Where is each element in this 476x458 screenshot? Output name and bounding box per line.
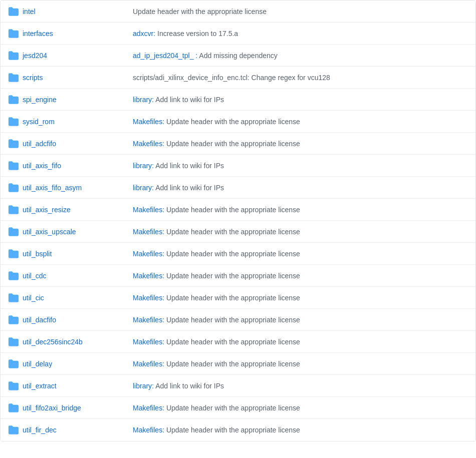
file-name[interactable]: sysid_rom: [23, 118, 133, 126]
file-name[interactable]: util_cdc: [23, 272, 133, 280]
file-name[interactable]: spi_engine: [23, 96, 133, 104]
commit-link[interactable]: library:: [133, 184, 154, 192]
folder-icon: [9, 7, 19, 17]
commit-message: adxcvr: Increase version to 17.5.a: [133, 30, 467, 38]
commit-message: Makefiles: Update header with the approp…: [133, 228, 467, 236]
commit-link[interactable]: ad_ip_jesd204_tpl_ :: [133, 52, 197, 60]
file-name[interactable]: util_axis_fifo_asym: [23, 184, 133, 192]
commit-plain-text: Update header with the appropriate licen…: [164, 360, 300, 368]
file-name[interactable]: util_fifo2axi_bridge: [23, 404, 133, 412]
file-name[interactable]: util_delay: [23, 360, 133, 368]
commit-message: Makefiles: Update header with the approp…: [133, 360, 467, 368]
folder-icon: [9, 161, 19, 171]
folder-icon: [9, 271, 19, 281]
table-row: util_bsplitMakefiles: Update header with…: [1, 243, 475, 265]
folder-icon: [9, 183, 19, 193]
commit-message: Makefiles: Update header with the approp…: [133, 426, 467, 434]
folder-icon: [9, 359, 19, 369]
file-name[interactable]: util_dec256sinc24b: [23, 338, 133, 346]
file-name[interactable]: util_axis_fifo: [23, 162, 133, 170]
commit-link[interactable]: Makefiles:: [133, 316, 164, 324]
commit-message: Makefiles: Update header with the approp…: [133, 118, 467, 126]
file-name[interactable]: util_extract: [23, 382, 133, 390]
commit-link[interactable]: Makefiles:: [133, 426, 164, 434]
commit-link[interactable]: Makefiles:: [133, 206, 164, 214]
commit-message: Makefiles: Update header with the approp…: [133, 316, 467, 324]
commit-message: Makefiles: Update header with the approp…: [133, 250, 467, 258]
commit-link[interactable]: Makefiles:: [133, 272, 164, 280]
commit-plain-text: Update header with the appropriate licen…: [164, 404, 300, 412]
commit-link[interactable]: Makefiles:: [133, 228, 164, 236]
commit-link[interactable]: adxcvr:: [133, 30, 155, 38]
commit-plain-text: Update header with the appropriate licen…: [164, 338, 300, 346]
table-row: util_axis_resizeMakefiles: Update header…: [1, 199, 475, 221]
file-name[interactable]: jesd204: [23, 52, 133, 60]
file-name[interactable]: interfaces: [23, 30, 133, 38]
table-row: jesd204ad_ip_jesd204_tpl_ : Add missing …: [1, 45, 475, 67]
table-row: util_cicMakefiles: Update header with th…: [1, 287, 475, 309]
table-row: util_axis_upscaleMakefiles: Update heade…: [1, 221, 475, 243]
commit-plain-text: Add link to wiki for IPs: [154, 184, 224, 192]
table-row: util_cdcMakefiles: Update header with th…: [1, 265, 475, 287]
commit-message: Makefiles: Update header with the approp…: [133, 404, 467, 412]
folder-icon: [9, 381, 19, 391]
commit-link[interactable]: Makefiles:: [133, 360, 164, 368]
commit-link[interactable]: Makefiles:: [133, 404, 164, 412]
commit-plain-text: Increase version to 17.5.a: [155, 30, 238, 38]
table-row: util_dacfifoMakefiles: Update header wit…: [1, 309, 475, 331]
commit-plain-text: Update header with the appropriate licen…: [164, 206, 300, 214]
commit-link[interactable]: Makefiles:: [133, 118, 164, 126]
commit-message: Makefiles: Update header with the approp…: [133, 272, 467, 280]
folder-icon: [9, 227, 19, 237]
folder-icon: [9, 117, 19, 127]
commit-link[interactable]: library:: [133, 96, 154, 104]
commit-link[interactable]: Makefiles:: [133, 250, 164, 258]
commit-link[interactable]: Makefiles:: [133, 294, 164, 302]
file-name[interactable]: util_axis_resize: [23, 206, 133, 214]
commit-plain-text: Add missing dependency: [197, 52, 278, 60]
folder-icon: [9, 51, 19, 61]
commit-message: Makefiles: Update header with the approp…: [133, 140, 467, 148]
table-row: util_axis_fifolibrary: Add link to wiki …: [1, 155, 475, 177]
folder-icon: [9, 95, 19, 105]
folder-icon: [9, 337, 19, 347]
commit-plain-text: Add link to wiki for IPs: [154, 96, 224, 104]
file-name[interactable]: intel: [23, 8, 133, 16]
commit-message: Makefiles: Update header with the approp…: [133, 338, 467, 346]
commit-link[interactable]: library:: [133, 382, 154, 390]
commit-plain-text: Update header with the appropriate licen…: [164, 250, 300, 258]
file-name[interactable]: util_fir_dec: [23, 426, 133, 434]
folder-icon: [9, 403, 19, 413]
commit-plain-text: Update header with the appropriate licen…: [164, 272, 300, 280]
commit-message: library: Add link to wiki for IPs: [133, 382, 467, 390]
folder-icon: [9, 425, 19, 435]
commit-link[interactable]: library:: [133, 162, 154, 170]
commit-message: Update header with the appropriate licen…: [133, 8, 467, 16]
table-row: interfacesadxcvr: Increase version to 17…: [1, 23, 475, 45]
file-name[interactable]: util_axis_upscale: [23, 228, 133, 236]
commit-message: scripts/adi_xilinx_device_info_enc.tcl: …: [133, 74, 467, 82]
table-row: sysid_romMakefiles: Update header with t…: [1, 111, 475, 133]
commit-plain-text: Update header with the appropriate licen…: [164, 228, 300, 236]
commit-link[interactable]: Makefiles:: [133, 140, 164, 148]
file-name[interactable]: scripts: [23, 74, 133, 82]
table-row: util_delayMakefiles: Update header with …: [1, 353, 475, 375]
file-name[interactable]: util_cic: [23, 294, 133, 302]
commit-plain-text: Update header with the appropriate licen…: [164, 426, 300, 434]
table-row: util_adcfifoMakefiles: Update header wit…: [1, 133, 475, 155]
table-row: spi_enginelibrary: Add link to wiki for …: [1, 89, 475, 111]
file-name[interactable]: util_dacfifo: [23, 316, 133, 324]
commit-message: ad_ip_jesd204_tpl_ : Add missing depende…: [133, 52, 467, 60]
file-name[interactable]: util_bsplit: [23, 250, 133, 258]
table-row: scriptsscripts/adi_xilinx_device_info_en…: [1, 67, 475, 89]
commit-link[interactable]: Makefiles:: [133, 338, 164, 346]
folder-icon: [9, 73, 19, 83]
table-row: util_axis_fifo_asymlibrary: Add link to …: [1, 177, 475, 199]
commit-message: library: Add link to wiki for IPs: [133, 184, 467, 192]
commit-message: Makefiles: Update header with the approp…: [133, 206, 467, 214]
file-name[interactable]: util_adcfifo: [23, 140, 133, 148]
table-row: util_extractlibrary: Add link to wiki fo…: [1, 375, 475, 397]
folder-icon: [9, 293, 19, 303]
commit-plain-text: Add link to wiki for IPs: [154, 162, 224, 170]
folder-icon: [9, 205, 19, 215]
